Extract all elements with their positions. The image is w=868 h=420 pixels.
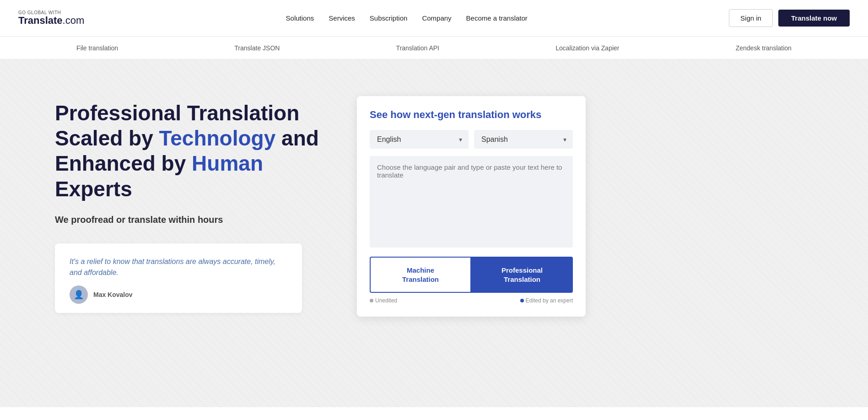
nav-become-translator[interactable]: Become a translator [466, 14, 528, 22]
translate-now-button[interactable]: Translate now [778, 10, 850, 27]
testimonial-author: 👤 Max Kovalov [70, 285, 287, 304]
source-lang-wrapper: English French German Spanish Italian Po… [370, 130, 469, 149]
translation-widget: See how next-gen translation works Engli… [357, 96, 586, 317]
subnav-localization-zapier[interactable]: Localization via Zapier [555, 44, 619, 52]
edited-dot [520, 299, 524, 302]
sub-nav: File translation Translate JSON Translat… [0, 37, 868, 59]
footer-unedited: Unedited [370, 297, 397, 304]
hero-section: Professional Translation Scaled by Techn… [0, 59, 868, 407]
nav-services[interactable]: Services [329, 14, 355, 22]
hero-subtext: We proofread or translate within hours [55, 215, 329, 225]
hero-heading: Professional Translation Scaled by Techn… [55, 101, 329, 202]
widget-footer: Unedited Edited by an expert [370, 297, 573, 304]
testimonial-text: It's a relief to know that translations … [70, 256, 287, 278]
edited-label: Edited by an expert [526, 297, 573, 304]
target-lang-wrapper: Spanish English French German Italian Po… [474, 130, 573, 149]
machine-translation-button[interactable]: MachineTranslation [370, 257, 471, 293]
subnav-translation-api[interactable]: Translation API [396, 44, 439, 52]
author-name: Max Kovalov [93, 291, 133, 298]
main-nav: Solutions Services Subscription Company … [286, 14, 528, 22]
signin-button[interactable]: Sign in [729, 9, 773, 27]
widget-title: See how next-gen translation works [370, 109, 573, 121]
header: GO GLOBAL WITH Translate.com Solutions S… [0, 0, 868, 37]
subnav-file-translation[interactable]: File translation [76, 44, 118, 52]
target-lang-select[interactable]: Spanish English French German Italian Po… [474, 130, 573, 149]
logo-main-text: Translate.com [18, 15, 84, 26]
nav-solutions[interactable]: Solutions [286, 14, 314, 22]
subnav-translate-json[interactable]: Translate JSON [234, 44, 280, 52]
logo: GO GLOBAL WITH Translate.com [18, 10, 84, 26]
translate-textarea[interactable] [370, 156, 573, 248]
subnav-zendesk-translation[interactable]: Zendesk translation [736, 44, 792, 52]
language-selectors: English French German Spanish Italian Po… [370, 130, 573, 149]
hero-left: Professional Translation Scaled by Techn… [55, 87, 329, 313]
avatar: 👤 [70, 285, 88, 304]
nav-subscription[interactable]: Subscription [370, 14, 408, 22]
header-buttons: Sign in Translate now [729, 9, 850, 27]
source-lang-select[interactable]: English French German Spanish Italian Po… [370, 130, 469, 149]
nav-company[interactable]: Company [422, 14, 451, 22]
unedited-label: Unedited [375, 297, 397, 304]
unedited-dot [370, 299, 373, 302]
footer-edited: Edited by an expert [520, 297, 573, 304]
translation-type-buttons: MachineTranslation ProfessionalTranslati… [370, 257, 573, 293]
testimonial-card: It's a relief to know that translations … [55, 243, 302, 313]
professional-translation-button[interactable]: ProfessionalTranslation [471, 257, 573, 293]
